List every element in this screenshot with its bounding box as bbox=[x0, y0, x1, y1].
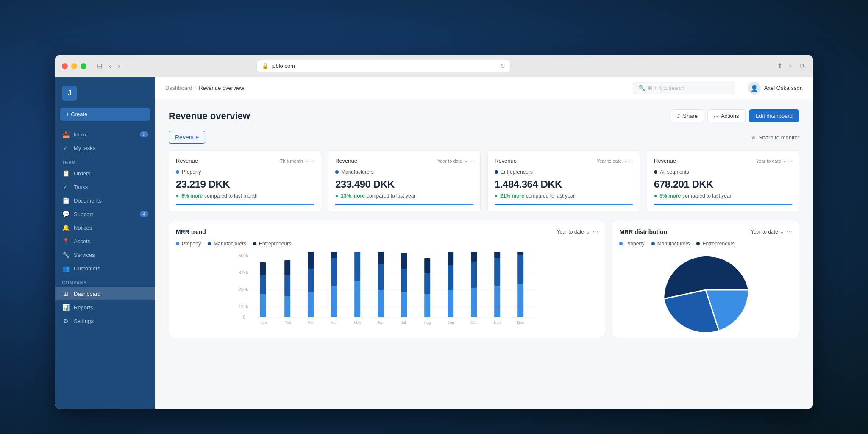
legend-entrepreneurs: Entrepreneurs bbox=[253, 241, 291, 247]
share-to-monitor-button[interactable]: 🖥 Share to monitor bbox=[751, 134, 799, 141]
services-icon: 🔧 bbox=[62, 251, 70, 258]
share-button[interactable]: ⤴ Share bbox=[671, 109, 704, 122]
metric-period[interactable]: Year to date ⌄ ··· bbox=[597, 158, 633, 164]
dashboard-icon: ⊞ bbox=[62, 290, 70, 297]
chart-more-icon[interactable]: ··· bbox=[593, 228, 598, 236]
sidebar-item-my-tasks[interactable]: ✓ My tasks bbox=[55, 141, 155, 155]
topbar: Dashboard / Revenue overview 🔍 ⌘ + K to … bbox=[155, 77, 813, 99]
breadcrumb-home[interactable]: Dashboard bbox=[165, 85, 192, 91]
svg-text:125k: 125k bbox=[239, 304, 248, 309]
metric-change: ● 21% more compared to last year bbox=[495, 193, 633, 199]
svg-rect-27 bbox=[354, 252, 360, 281]
sidebar-item-dashboard[interactable]: ⊞ Dashboard bbox=[55, 287, 155, 300]
browser-body: J + Create 📥 Inbox 3 ✓ My tasks TEAM 📋 bbox=[55, 77, 813, 409]
svg-rect-22 bbox=[331, 286, 337, 317]
refresh-icon[interactable]: ↻ bbox=[500, 63, 505, 70]
card-divider bbox=[335, 204, 473, 205]
sidebar-item-assets[interactable]: 📍 Assets bbox=[55, 234, 155, 248]
svg-rect-16 bbox=[284, 260, 290, 275]
metric-card-header: Revenue Year to date ⌄ ··· bbox=[335, 158, 473, 164]
metric-card-header: Revenue Year to date ⌄ ··· bbox=[495, 158, 633, 164]
svg-text:Feb: Feb bbox=[284, 320, 291, 325]
sidebar-item-support[interactable]: 💬 Support 4 bbox=[55, 207, 155, 221]
chart-title: MRR trend bbox=[176, 228, 206, 235]
sidebar-item-reports[interactable]: 📊 Reports bbox=[55, 300, 155, 314]
chart-period[interactable]: Year to date ⌄ bbox=[751, 229, 784, 235]
svg-text:May: May bbox=[354, 320, 362, 325]
chevron-down-icon: ⌄ bbox=[464, 158, 468, 164]
chevron-down-icon: ⌄ bbox=[586, 229, 590, 235]
share-icon: ⤴ bbox=[677, 113, 680, 119]
svg-text:Oct: Oct bbox=[470, 320, 477, 325]
sidebar-item-orders[interactable]: 📋 Orders bbox=[55, 167, 155, 180]
page-header: Revenue overview ⤴ Share ··· Actions Edi… bbox=[169, 109, 799, 122]
svg-rect-11 bbox=[260, 275, 266, 294]
traffic-lights bbox=[62, 63, 86, 69]
new-tab-button[interactable]: + bbox=[787, 60, 795, 72]
notices-icon: 🔔 bbox=[62, 224, 70, 231]
forward-button[interactable]: › bbox=[116, 60, 122, 72]
legend-entrepreneurs-dist: Entrepreneurs bbox=[696, 241, 734, 247]
svg-rect-46 bbox=[471, 262, 477, 288]
sidebar-item-tasks[interactable]: ✓ Tasks bbox=[55, 180, 155, 194]
sidebar-item-documents[interactable]: 📄 Documents bbox=[55, 194, 155, 207]
svg-text:Jun: Jun bbox=[377, 320, 384, 325]
charts-row: MRR trend Year to date ⌄ ··· bbox=[169, 221, 799, 337]
share-browser-button[interactable]: ⬆ bbox=[775, 60, 784, 72]
metric-period[interactable]: Year to date ⌄ ··· bbox=[437, 158, 473, 164]
user-name: Axel Oskarsson bbox=[764, 85, 803, 91]
metric-label: Revenue bbox=[335, 158, 357, 164]
sidebar-item-notices[interactable]: 🔔 Notices bbox=[55, 221, 155, 234]
create-button[interactable]: + Create bbox=[60, 108, 150, 121]
user-menu[interactable]: 👤 Axel Oskarsson bbox=[748, 82, 803, 95]
back-button[interactable]: ‹ bbox=[107, 60, 113, 72]
metric-period[interactable]: This month ⌄ ··· bbox=[280, 158, 314, 164]
duplicate-tab-button[interactable]: ⧉ bbox=[798, 60, 806, 72]
legend-property-dist: Property bbox=[619, 241, 644, 247]
svg-rect-34 bbox=[401, 269, 407, 292]
svg-text:Apr: Apr bbox=[331, 320, 337, 325]
more-options-icon[interactable]: ··· bbox=[470, 159, 473, 164]
svg-text:Jan: Jan bbox=[261, 320, 267, 325]
page-title: Revenue overview bbox=[169, 111, 250, 122]
more-options-icon[interactable]: ··· bbox=[788, 159, 792, 164]
breadcrumb-separator: / bbox=[195, 85, 197, 91]
metric-value: 678.201 DKK bbox=[654, 178, 792, 190]
svg-rect-29 bbox=[378, 290, 384, 317]
more-options-icon[interactable]: ··· bbox=[629, 159, 633, 164]
chart-period[interactable]: Year to date ⌄ bbox=[557, 229, 590, 235]
sidebar-toggle-button[interactable]: ⊟ bbox=[95, 60, 104, 72]
sidebar-item-settings[interactable]: ⚙ Settings bbox=[55, 314, 155, 328]
check-circle-icon: ● bbox=[176, 193, 179, 199]
segment-dot bbox=[495, 170, 498, 174]
svg-text:375k: 375k bbox=[239, 270, 248, 275]
metric-period[interactable]: Year to date ⌄ ··· bbox=[756, 158, 792, 164]
search-input[interactable]: 🔍 ⌘ + K to search bbox=[633, 82, 734, 94]
task-icon: ✓ bbox=[62, 184, 70, 190]
sidebar-item-inbox[interactable]: 📥 Inbox 3 bbox=[55, 128, 155, 141]
address-bar[interactable]: 🔒 jublo.com ↻ bbox=[256, 60, 511, 72]
metric-value: 23.219 DKK bbox=[176, 178, 314, 190]
metric-card-entrepreneurs: Revenue Year to date ⌄ ··· Entrepreneurs… bbox=[487, 150, 640, 212]
metric-segment: Property bbox=[176, 169, 314, 175]
mrr-trend-svg: 500k 375k 250k 125k 0 Jan bbox=[176, 252, 598, 328]
sidebar-item-customers[interactable]: 👥 Customers bbox=[55, 262, 155, 275]
customers-icon: 👥 bbox=[62, 265, 70, 272]
edit-dashboard-button[interactable]: Edit dashboard bbox=[749, 109, 799, 122]
svg-text:500k: 500k bbox=[239, 253, 248, 258]
revenue-tab[interactable]: Revenue bbox=[169, 131, 205, 144]
more-options-icon[interactable]: ··· bbox=[310, 159, 314, 164]
actions-button[interactable]: ··· Actions bbox=[707, 109, 745, 122]
metric-change: ● 13% more compared to last year bbox=[335, 193, 473, 199]
close-button[interactable] bbox=[62, 63, 68, 69]
legend-manufacturers: Manufacturers bbox=[208, 241, 246, 247]
chart-more-icon[interactable]: ··· bbox=[787, 228, 792, 236]
metric-segment: All segments bbox=[654, 169, 792, 175]
assets-icon: 📍 bbox=[62, 238, 70, 245]
minimize-button[interactable] bbox=[71, 63, 77, 69]
maximize-button[interactable] bbox=[81, 63, 86, 69]
svg-rect-37 bbox=[424, 294, 430, 317]
sidebar-item-services[interactable]: 🔧 Services bbox=[55, 248, 155, 262]
svg-rect-38 bbox=[424, 273, 430, 294]
svg-rect-54 bbox=[517, 255, 523, 284]
